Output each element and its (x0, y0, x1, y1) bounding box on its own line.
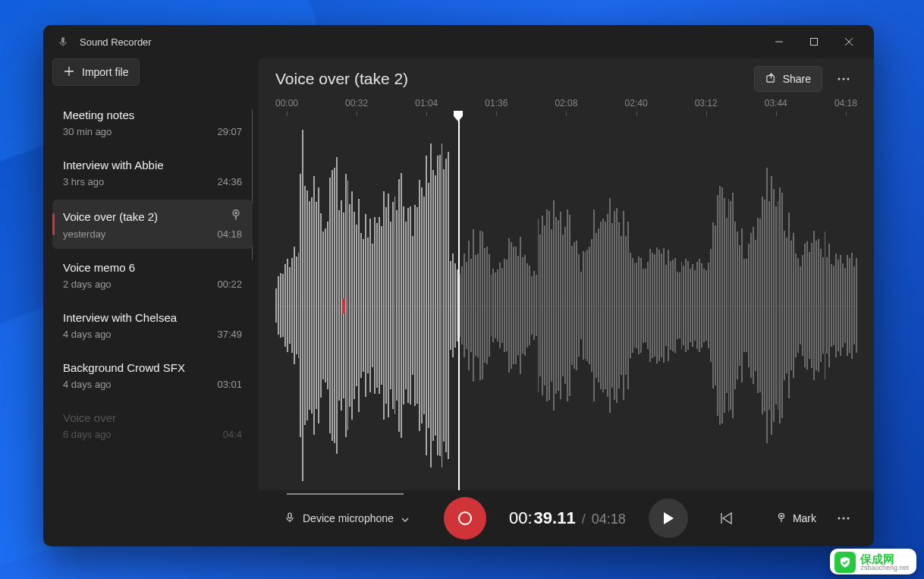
mark-label: Mark (793, 512, 816, 524)
svg-point-11 (838, 78, 841, 80)
footer: Device microphone 00:39.11 / 04:18 (259, 490, 874, 546)
recording-item[interactable]: Voice over6 days ago04:4 (52, 402, 253, 449)
svg-point-20 (843, 518, 845, 520)
zoom-range-bar[interactable] (287, 493, 403, 495)
app-title: Sound Recorder (80, 36, 762, 48)
recording-subtitle: 4 days ago (63, 379, 112, 390)
footer-more-button[interactable] (830, 505, 857, 531)
recording-title: Voice over (take 2) (275, 70, 746, 88)
time-display: 00:39.11 / 04:18 (509, 508, 626, 528)
recording-item[interactable]: Voice over (take 2)yesterday04:18 (52, 200, 253, 249)
ruler-tick: 02:08 (555, 98, 577, 121)
marker-icon (776, 512, 787, 525)
recording-subtitle: 2 days ago (63, 278, 112, 290)
recording-subtitle: yesterday (63, 228, 105, 240)
marker-icon (230, 209, 242, 224)
ruler-tick: 00:00 (275, 98, 298, 121)
titlebar: Sound Recorder (43, 25, 874, 58)
recording-title: Interview with Abbie (63, 159, 164, 171)
recording-item[interactable]: Interview with Chelsea4 days ago37:49 (52, 302, 253, 349)
maximize-button[interactable] (797, 30, 831, 54)
record-icon (458, 511, 472, 525)
waveform-area[interactable] (275, 121, 857, 490)
svg-point-12 (843, 78, 845, 80)
skip-back-button[interactable] (711, 503, 741, 533)
play-icon (662, 511, 674, 525)
minimize-button[interactable] (762, 30, 797, 54)
svg-point-9 (235, 212, 237, 214)
watermark-title: 保成网 (860, 553, 909, 565)
watermark-url: zsbaocheng.net (860, 565, 909, 571)
main-panel: Voice over (take 2) Share 00:0000:3201:0… (259, 58, 874, 546)
recording-title: Meeting notes (63, 109, 134, 121)
recording-subtitle: 4 days ago (63, 329, 112, 340)
recording-title: Background Crowd SFX (63, 361, 185, 374)
ruler-tick: 03:44 (765, 98, 787, 121)
ruler-tick: 03:12 (695, 98, 718, 121)
playhead-line[interactable] (458, 112, 460, 490)
recording-subtitle: 30 min ago (63, 126, 112, 137)
recording-duration: 24:36 (217, 176, 242, 187)
microphone-icon (284, 512, 295, 525)
recording-item[interactable]: Meeting notes30 min ago29:07 (52, 99, 253, 146)
recording-subtitle: 3 hrs ago (63, 176, 104, 187)
svg-rect-10 (767, 76, 774, 82)
recording-item[interactable]: Background Crowd SFX4 days ago03:01 (52, 352, 253, 399)
ruler-tick: 02:40 (625, 98, 648, 121)
share-label: Share (783, 73, 811, 85)
main-header: Voice over (take 2) Share (259, 58, 874, 96)
ruler-tick: 00:32 (345, 98, 368, 121)
recording-title: Voice over (63, 411, 116, 424)
ruler-tick: 01:04 (415, 98, 438, 121)
app-window: Sound Recorder Import file Meeting notes… (43, 25, 874, 546)
recording-subtitle: 6 days ago (63, 429, 112, 440)
watermark-icon (834, 552, 856, 573)
svg-point-19 (838, 518, 841, 520)
waveform (275, 121, 857, 490)
plus-icon (64, 66, 74, 79)
more-options-button[interactable] (830, 66, 857, 92)
chevron-down-icon (401, 512, 409, 524)
svg-point-13 (847, 78, 850, 80)
recordings-list: Meeting notes30 min ago29:07Interview wi… (52, 99, 253, 546)
recording-duration: 29:07 (217, 126, 242, 137)
play-button[interactable] (649, 499, 688, 538)
svg-rect-3 (811, 39, 818, 46)
mark-button[interactable]: Mark (767, 505, 825, 532)
recording-duration: 37:49 (217, 329, 242, 340)
share-button[interactable]: Share (754, 66, 822, 92)
marker-indicator[interactable] (342, 298, 345, 313)
watermark: 保成网 zsbaocheng.net (830, 549, 916, 574)
recording-item[interactable]: Voice memo 62 days ago00:22 (52, 252, 253, 299)
import-label: Import file (82, 66, 128, 78)
ruler-tick: 01:36 (485, 98, 508, 121)
ellipsis-icon (838, 77, 850, 80)
recording-duration: 04:18 (217, 228, 242, 240)
recording-duration: 03:01 (217, 379, 242, 390)
recording-title: Voice over (take 2) (63, 210, 158, 223)
recording-item[interactable]: Interview with Abbie3 hrs ago24:36 (52, 149, 253, 197)
ellipsis-icon (838, 517, 850, 520)
timeline-ruler[interactable]: 00:0000:3201:0401:3602:0802:4003:1203:44… (259, 96, 874, 121)
recording-duration: 04:4 (223, 429, 242, 440)
svg-rect-14 (288, 513, 291, 518)
recording-duration: 00:22 (217, 278, 242, 290)
record-button[interactable] (444, 497, 486, 540)
skip-back-icon (719, 512, 733, 524)
svg-point-18 (781, 515, 782, 517)
recording-title: Voice memo 6 (63, 261, 135, 274)
close-button[interactable] (831, 30, 866, 54)
svg-rect-0 (61, 37, 64, 43)
ruler-tick: 04:18 (834, 98, 857, 121)
share-icon (765, 72, 777, 86)
import-file-button[interactable]: Import file (52, 58, 140, 86)
input-device-selector[interactable]: Device microphone (275, 505, 418, 532)
app-icon (57, 36, 69, 48)
svg-point-21 (847, 518, 850, 520)
recording-title: Interview with Chelsea (63, 311, 177, 324)
device-label: Device microphone (303, 512, 394, 524)
sidebar: Import file Meeting notes30 min ago29:07… (43, 58, 259, 546)
